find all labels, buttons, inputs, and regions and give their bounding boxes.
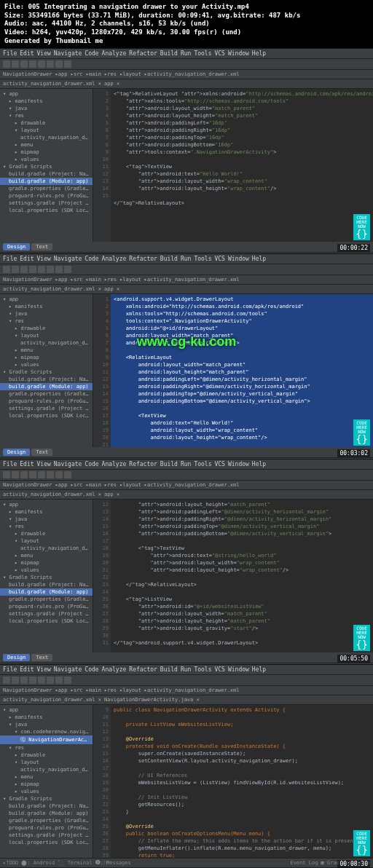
tree-item[interactable]: ▸ drawable: [0, 530, 93, 537]
menu-window[interactable]: Window: [228, 666, 249, 673]
toolbar[interactable]: [0, 470, 373, 481]
tree-item[interactable]: ▾ com.codeherenow.navigationdrawer: [0, 728, 93, 735]
menu-code[interactable]: Code: [85, 666, 98, 673]
tree-item[interactable]: ▾ java: [0, 516, 93, 523]
tree-item[interactable]: ⓒ NavigationDrawerActivity: [0, 735, 93, 744]
menu-edit[interactable]: Edit: [20, 666, 34, 673]
tree-item[interactable]: build.gradle (Project: NavigationDrawer): [0, 802, 93, 810]
bottom-toolbar[interactable]: ▸TODO ⬤: Android ⬛ Terminal ⓿: MessagesE…: [0, 858, 373, 867]
tree-item[interactable]: ▸ manifests: [0, 508, 93, 516]
breadcrumb[interactable]: NavigationDrawer ▸app ▸src ▸main ▸res ▸l…: [0, 686, 373, 695]
menu-file[interactable]: File: [3, 50, 17, 57]
tree-item[interactable]: ▸ values: [0, 156, 93, 163]
menu-run[interactable]: Run: [181, 461, 191, 467]
toolbar[interactable]: [0, 675, 373, 686]
tree-item[interactable]: build.gradle (Module: app): [0, 810, 93, 817]
menu-vcs[interactable]: VCS: [214, 666, 224, 673]
project-tree[interactable]: ▾ app▸ manifests▾ java▾ res▸ drawable▾ l…: [0, 500, 93, 652]
tree-item[interactable]: ▸ menu: [0, 552, 93, 559]
menu-navigate[interactable]: Navigate: [54, 666, 82, 673]
tree-item[interactable]: build.gradle (Project: NavigationDrawer): [0, 581, 93, 588]
tree-item[interactable]: ▾ Gradle Scripts: [0, 574, 93, 581]
menu-tools[interactable]: Tools: [194, 50, 211, 57]
tree-item[interactable]: ▸ manifests: [0, 714, 93, 721]
menu-code[interactable]: Code: [85, 50, 98, 57]
tree-item[interactable]: ▸ values: [0, 788, 93, 795]
tree-item[interactable]: ▸ manifests: [0, 303, 93, 310]
menu-analyze[interactable]: Analyze: [102, 256, 127, 262]
tree-item[interactable]: ▾ res: [0, 112, 93, 119]
tree-item[interactable]: ▾ layout: [0, 759, 93, 766]
design-text-tabs[interactable]: DesignText: [0, 447, 373, 457]
design-text-tabs[interactable]: DesignText: [0, 242, 373, 252]
menu-window[interactable]: Window: [228, 256, 249, 262]
tree-item[interactable]: ▾ Gradle Scripts: [0, 368, 93, 376]
menu-build[interactable]: Build: [160, 50, 178, 57]
tree-item[interactable]: ▸ mipmap: [0, 354, 93, 361]
menu-navigate[interactable]: Navigate: [54, 50, 82, 57]
toolbar[interactable]: [0, 264, 373, 275]
tree-item[interactable]: ▾ Gradle Scripts: [0, 795, 93, 802]
tree-item[interactable]: local.properties (SDK Location): [0, 839, 93, 846]
tree-item[interactable]: local.properties (SDK Location): [0, 207, 93, 214]
menu-code[interactable]: Code: [85, 461, 98, 467]
menu-help[interactable]: Help: [252, 666, 266, 673]
breadcrumb[interactable]: NavigationDrawer ▸app ▸src ▸main ▸res ▸l…: [0, 275, 373, 285]
menu-vcs[interactable]: VCS: [214, 50, 224, 57]
tree-item[interactable]: settings.gradle (Project Settings): [0, 405, 93, 412]
tree-item[interactable]: local.properties (SDK Location): [0, 412, 93, 419]
tree-item[interactable]: settings.gradle (Project Settings): [0, 610, 93, 618]
tree-item[interactable]: ▸ mipmap: [0, 149, 93, 156]
menu-edit[interactable]: Edit: [20, 461, 34, 467]
menu-view[interactable]: View: [37, 50, 51, 57]
menu-run[interactable]: Run: [181, 666, 191, 673]
design-text-tabs[interactable]: DesignText: [0, 652, 373, 663]
tree-item[interactable]: ▸ mipmap: [0, 781, 93, 788]
menu-refactor[interactable]: Refactor: [129, 666, 157, 673]
tree-item[interactable]: ▸ manifests: [0, 98, 93, 105]
menu-edit[interactable]: Edit: [20, 50, 34, 57]
tree-item[interactable]: ▾ app: [0, 296, 93, 303]
tree-item[interactable]: activity_navigation_drawer.xml: [0, 134, 93, 141]
tree-item[interactable]: ▾ res: [0, 523, 93, 530]
breadcrumb[interactable]: NavigationDrawer ▸app ▸src ▸main ▸res ▸l…: [0, 70, 373, 79]
editor-tabs[interactable]: activity_navigation_drawer.xml × Navigat…: [0, 695, 373, 705]
menu-window[interactable]: Window: [228, 50, 249, 57]
editor-tabs[interactable]: activity_navigation_drawer.xml × app ×: [0, 79, 373, 89]
menu-help[interactable]: Help: [252, 461, 266, 467]
xml-editor[interactable]: <"tag">RelativeLayout "attr">xmlns:andro…: [111, 89, 373, 242]
menu-analyze[interactable]: Analyze: [102, 461, 127, 467]
editor-tabs[interactable]: activity_navigation_drawer.xml × app ×: [0, 285, 373, 294]
tree-item[interactable]: build.gradle (Module: app): [0, 588, 93, 596]
menu-tools[interactable]: Tools: [194, 256, 211, 262]
menu-refactor[interactable]: Refactor: [129, 256, 157, 262]
menu-view[interactable]: View: [37, 256, 51, 262]
menubar[interactable]: FileEditViewNavigateCodeAnalyzeRefactorB…: [0, 459, 373, 470]
tree-item[interactable]: gradle.properties (Gradle Properties): [0, 596, 93, 603]
menu-navigate[interactable]: Navigate: [54, 461, 82, 467]
tree-item[interactable]: ▾ Gradle Scripts: [0, 163, 93, 170]
tree-item[interactable]: ▸ drawable: [0, 751, 93, 759]
menu-build[interactable]: Build: [160, 461, 178, 467]
menu-help[interactable]: Help: [252, 50, 266, 57]
tree-item[interactable]: gradle.properties (Gradle Properties): [0, 817, 93, 824]
xml-editor[interactable]: "attr">android:layout_height="match_pare…: [111, 500, 373, 652]
tree-item[interactable]: activity_navigation_drawer.xml: [0, 766, 93, 773]
tree-item[interactable]: ▾ app: [0, 706, 93, 714]
menu-tools[interactable]: Tools: [194, 461, 211, 467]
xml-editor-selected[interactable]: <android.support.v4.widget.DrawerLayout …: [111, 294, 373, 447]
tree-item[interactable]: build.gradle (Module: app): [0, 383, 93, 390]
tree-item[interactable]: ▾ java: [0, 310, 93, 317]
tree-item[interactable]: proguard-rules.pro (ProGuard Rules for a…: [0, 603, 93, 610]
menubar[interactable]: FileEditViewNavigateCodeAnalyzeRefactorB…: [0, 665, 373, 675]
tree-item[interactable]: ▸ menu: [0, 141, 93, 149]
menu-build[interactable]: Build: [160, 256, 178, 262]
tree-item[interactable]: settings.gradle (Project Settings): [0, 200, 93, 207]
menu-view[interactable]: View: [37, 461, 51, 467]
menu-file[interactable]: File: [3, 256, 17, 262]
tree-item[interactable]: ▸ drawable: [0, 119, 93, 127]
tree-item[interactable]: ▸ values: [0, 361, 93, 368]
tree-item[interactable]: build.gradle (Project: NavigationDrawer): [0, 376, 93, 383]
java-editor[interactable]: public class NavigationDrawerActivity ex…: [111, 705, 373, 858]
menu-run[interactable]: Run: [181, 50, 191, 57]
